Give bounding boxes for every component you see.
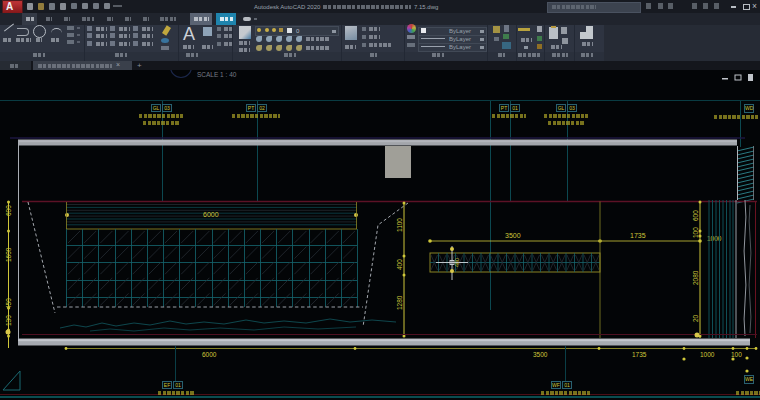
svg-text:1600: 1600 bbox=[5, 247, 12, 262]
svg-text:100: 100 bbox=[731, 351, 742, 358]
svg-text:400: 400 bbox=[396, 259, 403, 270]
svg-text:6000: 6000 bbox=[203, 211, 219, 218]
svg-text:1735: 1735 bbox=[632, 351, 647, 358]
svg-text:1000: 1000 bbox=[700, 351, 715, 358]
svg-text:SCALE 1 : 40: SCALE 1 : 40 bbox=[197, 71, 237, 78]
svg-text:130: 130 bbox=[5, 315, 12, 326]
svg-text:600: 600 bbox=[692, 210, 699, 221]
svg-text:450: 450 bbox=[5, 298, 12, 309]
svg-text:1735: 1735 bbox=[630, 232, 646, 239]
svg-text:20: 20 bbox=[692, 314, 699, 322]
svg-text:100: 100 bbox=[692, 227, 699, 238]
svg-text:1280: 1280 bbox=[396, 295, 403, 310]
svg-text:3500: 3500 bbox=[505, 232, 521, 239]
svg-text:2080: 2080 bbox=[692, 270, 699, 285]
svg-text:600: 600 bbox=[5, 205, 12, 216]
svg-text:400: 400 bbox=[454, 258, 460, 267]
svg-text:3500: 3500 bbox=[533, 351, 548, 358]
svg-text:1100: 1100 bbox=[396, 218, 403, 232]
svg-text:6000: 6000 bbox=[202, 351, 217, 358]
